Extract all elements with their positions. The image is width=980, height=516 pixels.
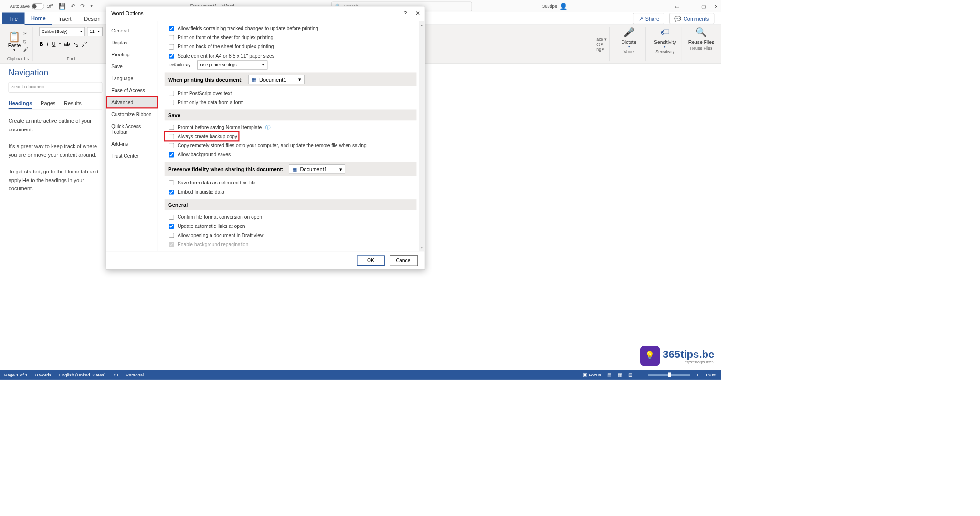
cat-proofing[interactable]: Proofing [106,49,158,61]
reuse-files-button[interactable]: 🔍 Reuse Files [688,27,714,45]
opt-always-backup[interactable]: Always create backup copy [165,132,239,141]
dictate-dropdown-icon[interactable]: ▾ [628,45,630,48]
opt-copy-remote[interactable]: Copy remotely stored files onto your com… [165,141,417,150]
undo-icon[interactable]: ↶ [71,3,75,10]
tab-results[interactable]: Results [64,98,82,109]
slider-thumb[interactable] [668,372,671,377]
status-page[interactable]: Page 1 of 1 [4,372,28,377]
nav-help-1: Create an interactive outline of your do… [9,117,103,133]
opt-allow-draft[interactable]: Allow opening a document in Draft view [165,231,417,240]
file-tab[interactable]: File [2,12,24,24]
watermark-sub: https://365tips.be/en/ [663,360,714,364]
cat-ease-of-access[interactable]: Ease of Access [106,85,158,97]
sensitivity-dropdown-icon[interactable]: ▾ [664,45,666,48]
cat-advanced[interactable]: Advanced [106,97,158,108]
cat-display[interactable]: Display [106,37,158,49]
web-layout-icon[interactable]: ▧ [628,372,632,377]
design-tab[interactable]: Design [78,12,107,24]
status-personal[interactable]: Personal [126,372,144,377]
paste-button[interactable]: 📋 Paste ▼ [8,31,21,52]
ok-button[interactable]: OK [357,255,385,266]
zoom-slider[interactable] [648,374,690,376]
fidelity-doc-dropdown[interactable]: ▦ Document1 ▾ [289,164,346,173]
font-size-dropdown[interactable]: 11▼ [87,27,103,36]
opt-show-addins[interactable]: Show add-in user interface errors [165,249,417,251]
opt-update-auto-links[interactable]: Update automatic links at open [165,222,417,231]
status-words[interactable]: 0 words [35,372,52,377]
zoom-out-icon[interactable]: − [639,372,642,377]
home-tab[interactable]: Home [25,12,52,24]
cat-add-ins[interactable]: Add-ins [106,138,158,150]
cat-language[interactable]: Language [106,73,158,85]
close-dialog-icon[interactable]: ✕ [415,10,420,17]
dialog-scrollbar[interactable]: ▴ ▾ [419,21,425,251]
ribbon-options-icon[interactable]: ▭ [675,3,680,9]
format-painter-icon[interactable]: 🖌 [23,46,28,52]
opt-print-only-data[interactable]: Print only the data from a form [165,98,417,107]
italic-button[interactable]: I [47,41,48,47]
opt-prompt-normal[interactable]: Prompt before saving Normal templatei [165,123,417,132]
zoom-in-icon[interactable]: + [696,372,699,377]
comments-button[interactable]: 💬 Comments [669,13,714,24]
scroll-down-icon[interactable]: ▾ [419,245,425,251]
scroll-up-icon[interactable]: ▴ [419,21,425,27]
opt-scale-content[interactable]: Scale content for A4 or 8.5 x 11" paper … [165,51,417,60]
info-icon[interactable]: i [265,125,270,129]
close-window-icon[interactable]: ✕ [714,3,718,9]
dialog-launcher-icon[interactable]: ↘ [26,57,29,61]
sensitivity-button[interactable]: 🏷 Sensitivity ▾ [652,27,678,49]
dictate-button[interactable]: 🎤 Dictate ▾ [616,27,642,49]
share-icon: ↗ [639,15,643,22]
opt-print-front[interactable]: Print on front of the sheet for duplex p… [165,33,417,42]
autosave-toggle[interactable]: AutoSave Off [10,3,53,9]
save-icon[interactable]: 💾 [59,3,66,10]
cut-icon[interactable]: ✂ [23,31,28,36]
qat-dropdown-icon[interactable]: ▼ [90,4,93,8]
cat-trust-center[interactable]: Trust Center [106,150,158,162]
account-button[interactable]: 365tips 👤 [542,2,568,10]
font-name-dropdown[interactable]: Calibri (Body)▼ [40,27,85,36]
copy-icon[interactable]: ⎘ [23,39,28,44]
opt-embed-linguistic[interactable]: Embed linguistic data [165,187,417,196]
nav-search-input[interactable]: Search document [9,82,103,92]
minimize-icon[interactable]: — [688,3,693,9]
default-tray-dropdown[interactable]: Use printer settings▾ [197,61,267,70]
dialog-title-bar: Word Options ? ✕ [106,6,425,21]
cat-quick-access-toolbar[interactable]: Quick Access Toolbar [106,120,158,138]
tab-pages[interactable]: Pages [41,98,55,109]
opt-confirm-conversion[interactable]: Confirm file format conversion on open [165,213,417,222]
share-button[interactable]: ↗ Share [633,13,665,24]
opt-bg-saves[interactable]: Allow background saves [165,150,417,159]
strikethrough-button[interactable]: ab [64,41,70,47]
redo-icon[interactable]: ↷ [80,3,85,10]
opt-print-back[interactable]: Print on back of the sheet for duplex pr… [165,42,417,51]
subscript-button[interactable]: x2 [74,41,79,48]
print-layout-icon[interactable]: ▦ [618,372,622,377]
toggle-off-icon[interactable] [32,3,44,9]
maximize-icon[interactable]: ▢ [701,3,706,9]
insert-tab[interactable]: Insert [52,12,78,24]
paste-dropdown-icon[interactable]: ▼ [13,48,16,52]
opt-save-form-data[interactable]: Save form data as delimited text file [165,178,417,187]
microphone-icon: 🎤 [623,27,635,38]
cat-customize-ribbon[interactable]: Customize Ribbon [106,108,158,120]
clipboard-label: Clipboard [7,56,25,61]
sensitivity-label: Sensitivity [655,49,674,54]
bold-button[interactable]: B [40,41,43,47]
opt-postscript[interactable]: Print PostScript over text [165,88,417,97]
opt-allow-fields[interactable]: Allow fields containing tracked changes … [165,24,417,33]
superscript-button[interactable]: x2 [82,41,87,48]
help-icon[interactable]: ? [404,10,407,17]
zoom-level[interactable]: 120% [706,372,717,377]
account-avatar-icon: 👤 [559,2,567,10]
focus-button[interactable]: ▣ Focus [583,372,601,377]
read-mode-icon[interactable]: ▤ [607,372,611,377]
cat-general[interactable]: General [106,25,158,37]
printing-doc-dropdown[interactable]: ▦ Document1 ▾ [249,75,305,84]
underline-button[interactable]: U [52,41,55,47]
status-language[interactable]: English (United States) [59,372,106,377]
tab-headings[interactable]: Headings [9,98,32,109]
cat-save[interactable]: Save [106,61,158,73]
cancel-button[interactable]: Cancel [390,255,418,266]
opt-default-tray: Default tray: Use printer settings▾ [165,61,417,70]
